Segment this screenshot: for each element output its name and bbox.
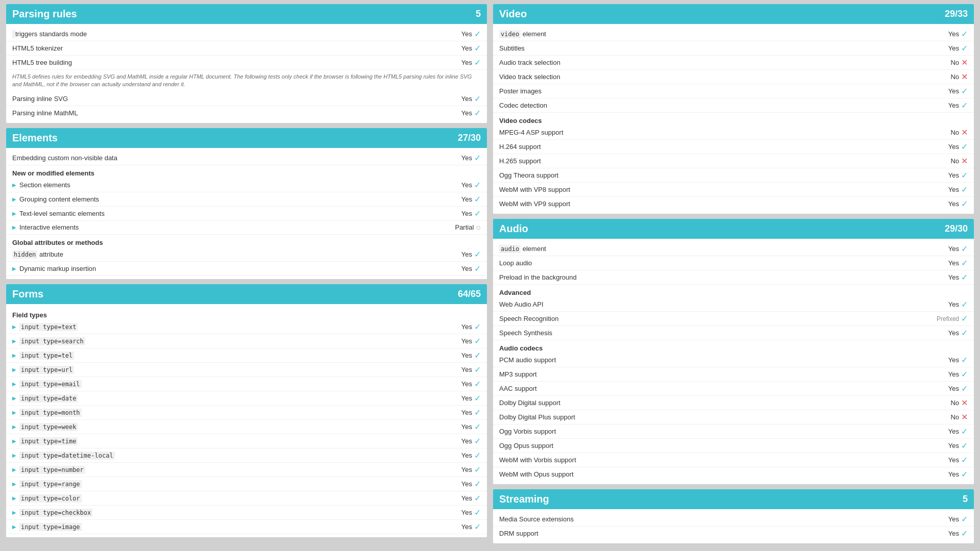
status-text: Yes <box>948 456 959 464</box>
expandable-row[interactable]: ▶ input type=time Yes ✓ <box>6 434 487 448</box>
expandable-row[interactable]: ▶ input type=week Yes ✓ <box>6 420 487 434</box>
cross-icon: ✕ <box>961 128 968 137</box>
expandable-row[interactable]: ▶ Dynamic markup insertion Yes ✓ <box>6 262 487 276</box>
status-text: No <box>950 59 959 66</box>
expandable-row[interactable]: ▶ input type=email Yes ✓ <box>6 377 487 391</box>
status-text: Yes <box>948 186 959 193</box>
check-icon: ✓ <box>474 408 481 417</box>
expandable-row[interactable]: ▶ input type=datetime-local Yes ✓ <box>6 448 487 463</box>
row-label: video element <box>499 30 927 38</box>
expandable-row[interactable]: ▶ input type=image Yes ✓ <box>6 520 487 534</box>
row-label: input type=month <box>19 409 440 416</box>
check-icon: ✓ <box>961 314 968 323</box>
section-title: Audio <box>499 223 528 235</box>
section-streaming: Streaming 5 Media Source extensions Yes … <box>493 489 974 543</box>
partial-icon: ○ <box>476 223 481 232</box>
row-status: No ✕ <box>927 128 968 137</box>
row-status: Yes ✓ <box>440 209 481 218</box>
row-status: Yes ✓ <box>927 441 968 450</box>
row-status: Yes ✓ <box>927 427 968 436</box>
row-label: input type=checkbox <box>19 509 440 516</box>
expandable-row[interactable]: ▶ input type=text Yes ✓ <box>6 320 487 334</box>
expand-arrow-icon: ▶ <box>12 211 16 216</box>
expand-arrow-icon: ▶ <box>12 224 16 230</box>
check-icon: ✓ <box>474 209 481 218</box>
status-text: Yes <box>461 337 472 345</box>
row-label: input type=range <box>19 480 440 488</box>
table-row: Embedding custom non-visible data Yes ✓ <box>6 151 487 165</box>
expandable-row[interactable]: ▶ input type=month Yes ✓ <box>6 406 487 420</box>
subheader: Video codecs <box>493 113 974 126</box>
table-row: audio element Yes ✓ <box>493 242 974 256</box>
expandable-row[interactable]: ▶ Text-level semantic elements Yes ✓ <box>6 207 487 221</box>
row-label: Loop audio <box>499 259 927 267</box>
section-header-streaming: Streaming 5 <box>493 489 974 509</box>
code-label <box>12 30 15 38</box>
row-status: Yes ✓ <box>927 170 968 180</box>
code-label: input type=time <box>19 437 78 445</box>
expandable-row[interactable]: ▶ Section elements Yes ✓ <box>6 178 487 192</box>
expand-arrow-icon: ▶ <box>12 367 16 372</box>
section-score: 29/33 <box>945 9 968 19</box>
row-label: PCM audio support <box>499 356 927 364</box>
code-label: input type=image <box>19 523 82 531</box>
expandable-row[interactable]: ▶ Interactive elements Partial ○ <box>6 221 487 235</box>
expandable-row[interactable]: ▶ input type=number Yes ✓ <box>6 463 487 477</box>
row-status: Yes ✓ <box>440 479 481 489</box>
row-status: No ✕ <box>927 72 968 82</box>
row-status: Yes ✓ <box>927 185 968 194</box>
table-row: Dolby Digital Plus support No ✕ <box>493 410 974 424</box>
row-status: Yes ✓ <box>440 108 481 118</box>
row-label: input type=week <box>19 423 440 431</box>
code-label: input type=text <box>19 323 78 331</box>
subheader: Audio codecs <box>493 340 974 353</box>
code-label: hidden <box>12 251 37 259</box>
row-status: Yes ✓ <box>440 153 481 163</box>
check-icon: ✓ <box>474 58 481 67</box>
section-elements: Elements 27/30 Embedding custom non-visi… <box>6 128 487 279</box>
status-text: No <box>950 129 959 136</box>
check-icon: ✓ <box>961 199 968 209</box>
expandable-row[interactable]: ▶ input type=date Yes ✓ <box>6 391 487 406</box>
check-icon: ✓ <box>961 170 968 180</box>
row-label: Ogg Vorbis support <box>499 428 927 435</box>
row-label: input type=tel <box>19 352 440 359</box>
section-title: Parsing rules <box>12 8 77 20</box>
row-status: No ✕ <box>927 58 968 67</box>
check-icon: ✓ <box>961 328 968 338</box>
row-label: Audio track selection <box>499 59 927 66</box>
cross-icon: ✕ <box>961 412 968 422</box>
table-row: Dolby Digital support No ✕ <box>493 396 974 410</box>
row-status: Yes ✓ <box>440 29 481 39</box>
row-label: input type=search <box>19 337 440 345</box>
status-text: Yes <box>461 366 472 373</box>
section-header-forms: Forms 64/65 <box>6 284 487 304</box>
row-label: input type=date <box>19 394 440 402</box>
row-label: Video track selection <box>499 73 927 81</box>
table-row: triggers standards mode Yes ✓ <box>6 27 487 41</box>
expandable-row[interactable]: ▶ input type=checkbox Yes ✓ <box>6 506 487 520</box>
expandable-row[interactable]: ▶ input type=color Yes ✓ <box>6 491 487 506</box>
subheader: Advanced <box>493 285 974 297</box>
check-icon: ✓ <box>474 522 481 532</box>
section-forms: Forms 64/65 Field types ▶ input type=tex… <box>6 284 487 537</box>
row-label: hidden attribute <box>12 251 440 258</box>
table-row: WebM with VP8 support Yes ✓ <box>493 183 974 197</box>
status-text: Yes <box>948 515 959 523</box>
expandable-row[interactable]: ▶ input type=url Yes ✓ <box>6 363 487 377</box>
expandable-row[interactable]: ▶ input type=range Yes ✓ <box>6 477 487 491</box>
row-label: Ogg Opus support <box>499 442 927 449</box>
expandable-row[interactable]: ▶ input type=tel Yes ✓ <box>6 348 487 363</box>
row-label: Parsing inline MathML <box>12 109 440 117</box>
subheader: Field types <box>6 307 487 320</box>
expandable-row[interactable]: ▶ Grouping content elements Yes ✓ <box>6 192 487 207</box>
expandable-row[interactable]: ▶ input type=search Yes ✓ <box>6 334 487 348</box>
section-body: Field types ▶ input type=text Yes ✓ ▶ in… <box>6 304 487 537</box>
row-status: Yes ✓ <box>440 393 481 403</box>
row-label: WebM with VP9 support <box>499 200 927 208</box>
row-label: Section elements <box>19 181 440 189</box>
status-text: Yes <box>461 423 472 431</box>
check-icon: ✓ <box>961 272 968 282</box>
row-status: Yes ✓ <box>440 493 481 503</box>
check-icon: ✓ <box>961 529 968 538</box>
